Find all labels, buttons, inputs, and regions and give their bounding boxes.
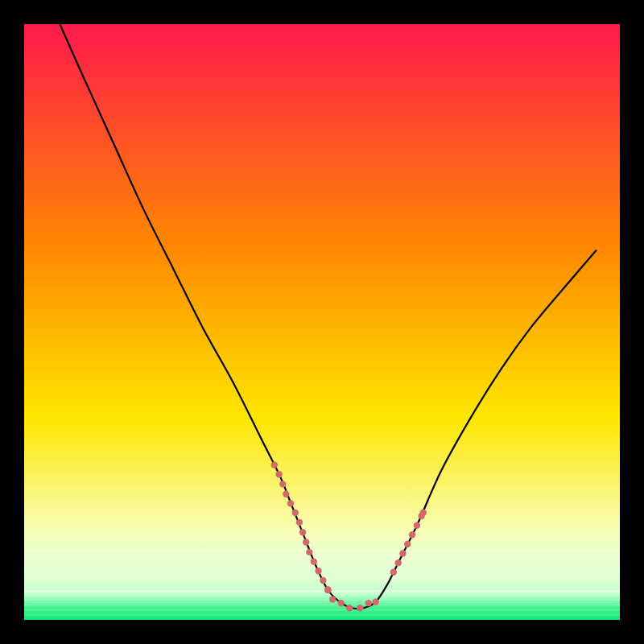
plot-background (24, 24, 620, 620)
chart-svg (0, 0, 644, 644)
svg-point-11 (296, 519, 303, 526)
svg-point-26 (372, 599, 378, 605)
svg-point-20 (324, 587, 331, 593)
svg-point-27 (390, 569, 397, 576)
svg-point-25 (365, 600, 372, 606)
svg-point-24 (357, 605, 363, 611)
svg-point-9 (287, 500, 294, 506)
svg-point-17 (320, 577, 326, 584)
svg-point-21 (329, 596, 336, 602)
svg-point-23 (346, 605, 353, 611)
svg-point-12 (299, 529, 306, 535)
svg-point-16 (315, 568, 321, 574)
svg-point-30 (404, 541, 411, 547)
svg-point-32 (414, 522, 420, 528)
svg-point-6 (275, 471, 282, 477)
svg-point-8 (283, 491, 289, 497)
svg-point-28 (394, 559, 401, 566)
svg-point-7 (279, 481, 286, 487)
svg-point-10 (292, 510, 299, 516)
svg-point-15 (311, 558, 317, 564)
svg-point-31 (409, 531, 415, 538)
svg-point-29 (399, 550, 406, 556)
svg-point-5 (271, 461, 278, 468)
svg-point-34 (420, 510, 427, 516)
svg-point-22 (337, 600, 344, 606)
chart-frame: TheBottleneck.com (0, 0, 644, 644)
svg-point-14 (306, 549, 312, 555)
pale-yellow-band (24, 548, 620, 590)
svg-point-13 (303, 539, 309, 545)
